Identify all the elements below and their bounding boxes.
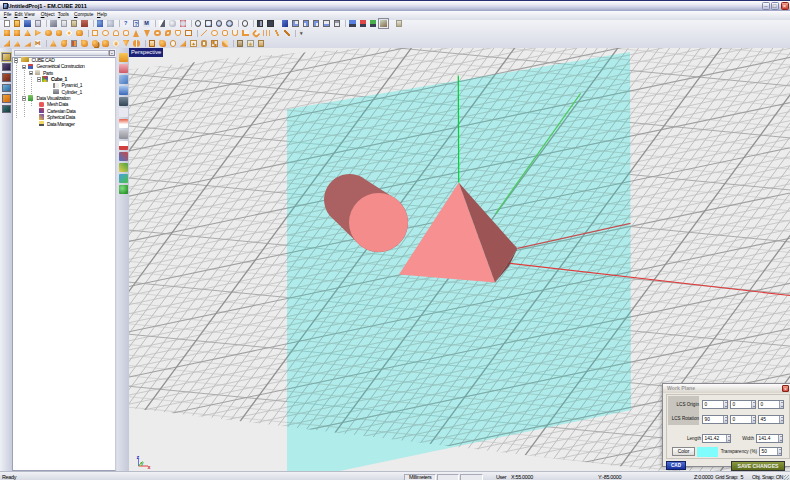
svg-text:z: z — [137, 454, 140, 460]
